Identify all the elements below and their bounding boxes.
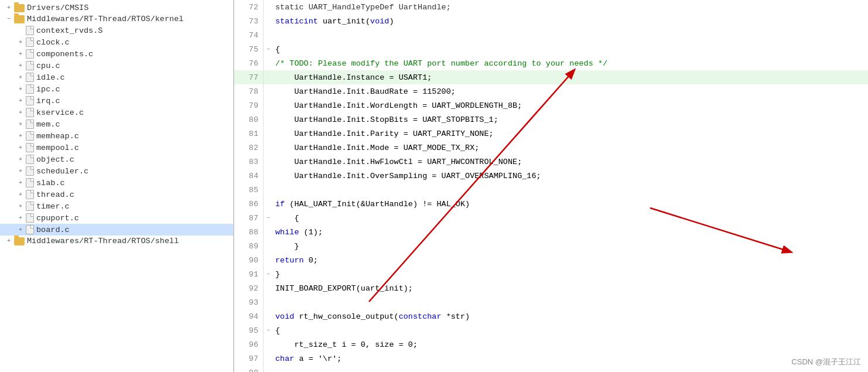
item-label: cpu.c xyxy=(36,62,60,70)
file-icon xyxy=(26,120,34,129)
fold-indicator xyxy=(264,141,273,155)
code-row: 80 UartHandle.Init.StopBits = UART_STOPB… xyxy=(234,112,868,127)
file-tree[interactable]: +Drivers/CMSIS−Middlewares/RT-Thread/RTO… xyxy=(0,0,234,372)
line-number: 92 xyxy=(234,281,264,295)
code-line[interactable] xyxy=(273,366,868,372)
code-row: 72static UART_HandleTypeDef UartHandle; xyxy=(234,0,868,14)
sidebar-item-mem-c[interactable]: +mem.c xyxy=(0,118,233,130)
code-row: 85 xyxy=(234,183,868,197)
fold-indicator[interactable]: − xyxy=(264,42,273,56)
fold-indicator xyxy=(264,253,273,267)
fold-indicator xyxy=(264,0,273,14)
sidebar-item-kservice-c[interactable]: +kservice.c xyxy=(0,107,233,118)
line-number: 95 xyxy=(234,323,264,337)
fold-indicator xyxy=(264,155,273,169)
code-row: 75−{ xyxy=(234,42,868,56)
sidebar-item-ipc-c[interactable]: +ipc.c xyxy=(0,83,233,95)
item-label: timer.c xyxy=(36,202,70,211)
sidebar-item-clock-c[interactable]: +clock.c xyxy=(0,36,233,48)
sidebar-item-thread-c[interactable]: +thread.c xyxy=(0,189,233,200)
code-line[interactable]: /* TODO: Please modify the UART port num… xyxy=(273,56,868,70)
item-label: kservice.c xyxy=(36,108,84,117)
line-number: 93 xyxy=(234,295,264,309)
line-number: 77 xyxy=(234,70,264,84)
code-line[interactable]: UartHandle.Init.OverSampling = UART_OVER… xyxy=(273,169,868,183)
sidebar-item-timer-c[interactable]: +timer.c xyxy=(0,200,233,212)
file-icon xyxy=(26,155,34,164)
code-line[interactable]: { xyxy=(273,42,868,56)
fold-indicator xyxy=(264,14,273,28)
code-line[interactable] xyxy=(273,295,868,309)
code-line[interactable]: } xyxy=(273,267,868,281)
code-line[interactable]: static UART_HandleTypeDef UartHandle; xyxy=(273,0,868,14)
code-line[interactable] xyxy=(273,183,868,197)
code-line[interactable]: while (1); xyxy=(273,225,868,239)
file-icon xyxy=(26,26,34,35)
sidebar-item-scheduler-c[interactable]: +scheduler.c xyxy=(0,165,233,177)
sidebar-item-idle-c[interactable]: +idle.c xyxy=(0,71,233,83)
expand-icon: + xyxy=(16,121,25,128)
expand-icon: + xyxy=(16,192,25,198)
code-line[interactable]: INIT_BOARD_EXPORT(uart_init); xyxy=(273,281,868,295)
code-editor[interactable]: 72static UART_HandleTypeDef UartHandle;7… xyxy=(234,0,868,372)
fold-indicator[interactable]: − xyxy=(264,211,273,225)
line-number: 98 xyxy=(234,366,264,372)
sidebar-item-middlewares-rt-rtos-kernel[interactable]: −Middlewares/RT-Thread/RTOS/kernel xyxy=(0,13,233,25)
code-line[interactable]: static int uart_init(void) xyxy=(273,14,868,28)
code-line[interactable]: } xyxy=(273,239,868,253)
item-label: idle.c xyxy=(36,73,65,82)
sidebar-item-components-c[interactable]: +components.c xyxy=(0,48,233,60)
code-line[interactable]: UartHandle.Init.Parity = UART_PARITY_NON… xyxy=(273,127,868,141)
line-number: 75 xyxy=(234,42,264,56)
code-line[interactable]: if (HAL_UART_Init(&UartHandle) != HAL_OK… xyxy=(273,197,868,211)
fold-indicator[interactable]: − xyxy=(264,267,273,281)
code-line[interactable]: return 0; xyxy=(273,253,868,267)
code-line[interactable]: UartHandle.Instance = USART1; xyxy=(273,70,868,84)
code-line[interactable]: UartHandle.Init.WordLength = UART_WORDLE… xyxy=(273,98,868,112)
file-icon xyxy=(26,178,34,187)
fold-indicator xyxy=(264,169,273,183)
fold-indicator xyxy=(264,197,273,211)
code-row: 73static int uart_init(void) xyxy=(234,14,868,28)
code-line[interactable]: rt_size_t i = 0, size = 0; xyxy=(273,337,868,351)
fold-indicator[interactable]: − xyxy=(264,323,273,337)
sidebar-item-middlewares-rt-rtos-shell[interactable]: +Middlewares/RT-Thread/RTOS/shell xyxy=(0,236,233,247)
item-label: Middlewares/RT-Thread/RTOS/kernel xyxy=(27,15,183,23)
code-line[interactable]: void rt_hw_console_output(const char *st… xyxy=(273,309,868,323)
sidebar-item-drivers-cmsis[interactable]: +Drivers/CMSIS xyxy=(0,2,233,13)
code-row: 89 } xyxy=(234,239,868,253)
expand-icon: + xyxy=(16,168,25,175)
file-icon xyxy=(26,49,34,59)
code-line[interactable]: UartHandle.Init.BaudRate = 115200; xyxy=(273,84,868,98)
code-row: 84 UartHandle.Init.OverSampling = UART_O… xyxy=(234,169,868,183)
sidebar-item-context_rvds-s[interactable]: context_rvds.S xyxy=(0,25,233,36)
sidebar-item-mempool-c[interactable]: +mempool.c xyxy=(0,142,233,153)
code-line[interactable] xyxy=(273,28,868,42)
code-row: 86 if (HAL_UART_Init(&UartHandle) != HAL… xyxy=(234,197,868,211)
sidebar-item-irq-c[interactable]: +irq.c xyxy=(0,95,233,107)
sidebar-item-cpu-c[interactable]: +cpu.c xyxy=(0,60,233,71)
line-number: 90 xyxy=(234,253,264,267)
code-line[interactable]: char a = '\r'; xyxy=(273,351,868,366)
code-line[interactable]: { xyxy=(273,323,868,337)
file-icon xyxy=(26,108,34,117)
code-row: 81 UartHandle.Init.Parity = UART_PARITY_… xyxy=(234,127,868,141)
sidebar-item-object-c[interactable]: +object.c xyxy=(0,153,233,165)
sidebar-item-slab-c[interactable]: +slab.c xyxy=(0,177,233,189)
sidebar-item-cpuport-c[interactable]: +cpuport.c xyxy=(0,212,233,224)
sidebar-item-memheap-c[interactable]: +memheap.c xyxy=(0,130,233,142)
watermark-text: CSDN @混子王江江 xyxy=(791,357,861,367)
code-line[interactable]: { xyxy=(273,211,868,225)
expand-icon: + xyxy=(16,74,25,81)
fold-indicator xyxy=(264,98,273,112)
line-number: 89 xyxy=(234,239,264,253)
code-line[interactable]: UartHandle.Init.Mode = UART_MODE_TX_RX; xyxy=(273,141,868,155)
code-line[interactable]: UartHandle.Init.HwFlowCtl = UART_HWCONTR… xyxy=(273,155,868,169)
code-container: 72static UART_HandleTypeDef UartHandle;7… xyxy=(234,0,868,372)
sidebar-item-board-c[interactable]: +board.c xyxy=(0,224,233,236)
fold-indicator xyxy=(264,127,273,141)
file-icon xyxy=(26,190,34,199)
code-line[interactable]: UartHandle.Init.StopBits = UART_STOPBITS… xyxy=(273,112,868,127)
file-icon xyxy=(26,84,34,94)
code-row: 78 UartHandle.Init.BaudRate = 115200; xyxy=(234,84,868,98)
